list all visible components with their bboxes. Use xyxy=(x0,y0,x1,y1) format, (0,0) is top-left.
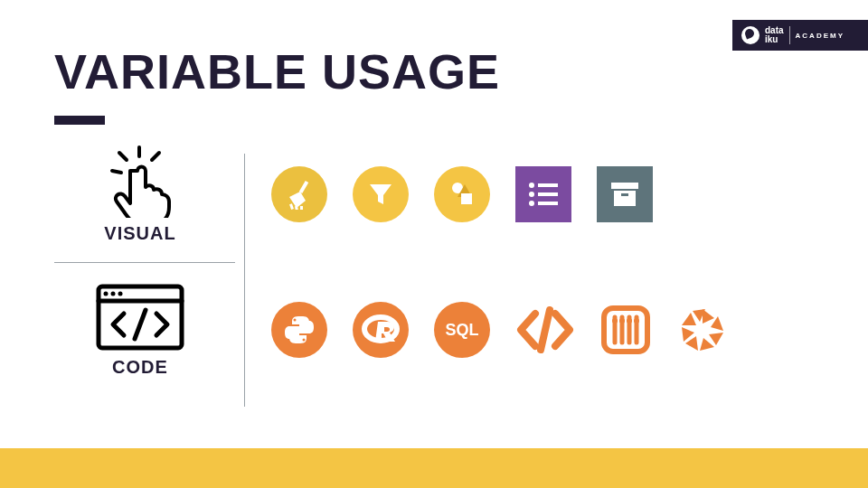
svg-line-0 xyxy=(119,153,127,160)
svg-point-39 xyxy=(634,318,639,324)
svg-point-23 xyxy=(104,291,108,296)
row-code-header: CODE xyxy=(54,283,226,378)
svg-point-36 xyxy=(612,318,618,324)
horizontal-divider xyxy=(54,262,235,263)
shapes-icon xyxy=(434,166,490,222)
svg-rect-31 xyxy=(604,308,647,352)
svg-point-11 xyxy=(529,183,534,188)
code-window-icon xyxy=(95,283,185,352)
abacus-icon xyxy=(600,305,651,355)
title-accent-bar xyxy=(54,116,105,125)
brand-academy-label: ACADEMY xyxy=(796,32,844,40)
brand-name: data iku xyxy=(765,26,784,44)
svg-rect-19 xyxy=(621,193,628,196)
svg-line-3 xyxy=(112,171,121,173)
broom-icon xyxy=(271,166,327,222)
svg-point-24 xyxy=(111,291,116,296)
svg-text:SQL: SQL xyxy=(445,321,478,339)
svg-point-26 xyxy=(294,319,297,322)
brand-badge: data iku ACADEMY xyxy=(732,20,868,51)
svg-rect-17 xyxy=(611,183,638,189)
click-hand-icon xyxy=(99,145,181,218)
sql-icon: SQL xyxy=(434,302,490,358)
svg-rect-4 xyxy=(299,181,308,193)
svg-rect-20 xyxy=(99,286,182,348)
row-code: CODE SQL xyxy=(54,262,832,398)
code-icons: SQL xyxy=(226,302,832,358)
usage-grid: VISUAL xyxy=(54,127,832,398)
svg-line-2 xyxy=(152,153,159,160)
list-icon xyxy=(515,166,571,222)
svg-rect-10 xyxy=(461,193,472,204)
svg-rect-18 xyxy=(614,191,636,206)
svg-point-38 xyxy=(627,318,632,324)
vertical-divider xyxy=(244,154,245,407)
svg-rect-5 xyxy=(289,203,294,210)
svg-line-22 xyxy=(135,310,146,339)
brand-logo-icon xyxy=(741,26,760,44)
aperture-icon xyxy=(676,304,729,356)
svg-point-25 xyxy=(118,291,123,296)
python-icon xyxy=(271,302,327,358)
page-title: VARIABLE USAGE xyxy=(54,43,500,99)
brand-divider xyxy=(789,26,790,44)
archive-icon xyxy=(597,166,653,222)
row-code-label: CODE xyxy=(112,357,168,378)
svg-point-37 xyxy=(619,318,625,324)
row-visual-header: VISUAL xyxy=(54,145,226,244)
row-visual-label: VISUAL xyxy=(104,223,175,244)
footer-accent-bar xyxy=(0,448,868,488)
svg-rect-14 xyxy=(538,192,558,196)
r-icon xyxy=(353,302,409,358)
svg-rect-16 xyxy=(538,202,558,205)
svg-rect-7 xyxy=(300,206,303,210)
code-brackets-icon xyxy=(515,305,575,355)
svg-point-27 xyxy=(303,339,306,342)
visual-icons xyxy=(226,166,832,222)
svg-point-13 xyxy=(529,192,534,197)
funnel-icon xyxy=(353,166,409,222)
svg-rect-12 xyxy=(538,183,558,187)
svg-point-15 xyxy=(529,201,534,206)
svg-line-30 xyxy=(541,310,550,350)
row-visual: VISUAL xyxy=(54,127,832,262)
